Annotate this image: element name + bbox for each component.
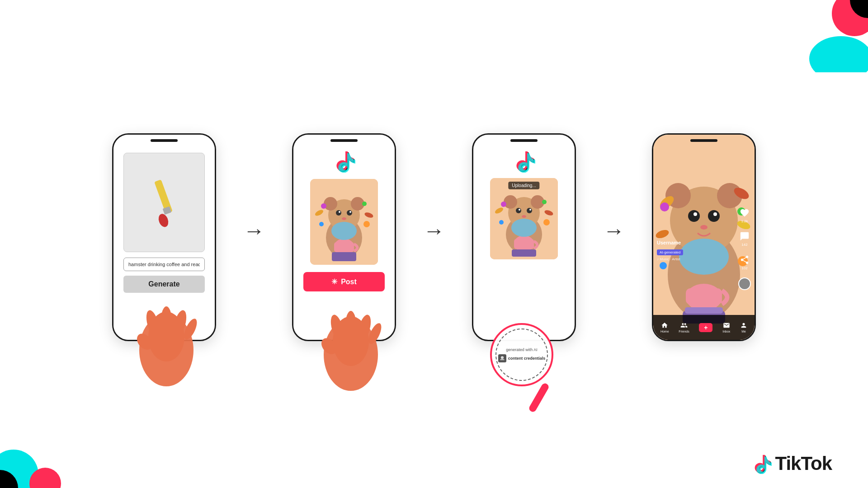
share-icon[interactable] [739,254,750,266]
hand-2-icon [306,300,396,391]
music-info: ♪ Music · Artist [657,257,683,261]
post-icon: ✳ [331,277,337,286]
svg-point-19 [324,197,337,211]
svg-point-74 [713,212,717,216]
phone-4-tiktok-feed: 1.2k 142 [652,133,756,341]
svg-point-85 [660,202,669,211]
hamster-illustration-2 [310,179,378,265]
svg-point-48 [516,208,521,213]
nav-inbox[interactable]: Inbox [722,322,730,333]
arrow-2: → [423,218,445,243]
hand-1-icon [121,296,212,386]
nav-me[interactable]: Me [740,322,747,333]
tiktok-brand-label: TikTok [775,453,832,474]
phone3-content: Uploading... [473,135,575,340]
nav-create-button[interactable]: + [699,323,712,332]
svg-rect-54 [514,239,534,249]
hamster-image-card-phone2 [310,179,378,265]
svg-point-60 [499,220,504,225]
svg-rect-65 [500,359,504,360]
svg-point-24 [349,211,351,213]
svg-point-72 [708,210,720,222]
svg-point-33 [319,222,324,226]
svg-rect-29 [332,252,356,261]
tiktok-logo-phone2 [333,150,355,173]
svg-point-57 [501,202,506,207]
svg-point-75 [700,225,708,230]
svg-point-78 [679,239,729,275]
tiktok-logo-phone3 [513,150,535,173]
svg-point-12 [161,306,172,335]
share-count: 102 [741,266,747,270]
credentials-line2: content credentials [508,356,546,361]
svg-point-21 [336,210,341,216]
svg-point-88 [660,262,667,269]
svg-point-55 [511,219,537,237]
svg-rect-56 [512,249,536,257]
svg-point-32 [363,221,370,227]
svg-rect-27 [334,242,354,252]
nav-home[interactable]: Home [660,322,669,333]
ai-generated-badge: AI-generated [657,249,683,255]
svg-point-64 [501,356,504,359]
svg-point-25 [342,217,346,220]
svg-point-39 [345,311,356,340]
phone4-content: 1.2k 142 [653,135,755,340]
like-count: 1.2k [741,219,748,223]
arrow-1: → [243,218,265,243]
paintbrush-icon [137,175,191,230]
tiktok-right-actions: 1.2k 142 [738,207,751,290]
svg-point-49 [527,208,532,213]
tiktok-brand-footer: TikTok [751,453,832,474]
svg-point-51 [529,209,531,211]
prompt-input[interactable] [123,258,205,271]
arrow-3: → [603,218,625,243]
svg-point-58 [542,200,547,204]
svg-rect-77 [686,288,722,305]
svg-point-28 [331,222,357,240]
svg-point-31 [362,202,367,206]
svg-point-46 [504,195,517,209]
credentials-line1: generated with AI [506,347,538,352]
content-credentials-icon [498,354,506,362]
svg-point-71 [688,210,700,222]
tiktok-video-area: 1.2k 142 [653,135,755,288]
tiktok-username: Username [657,240,683,245]
magnifying-glass-wrapper: generated with AI content credentials [490,323,553,413]
svg-point-52 [522,215,526,218]
main-container: Generate → [0,0,868,488]
svg-point-59 [543,219,550,225]
svg-point-22 [347,210,352,216]
svg-point-30 [321,203,326,209]
generate-button[interactable]: Generate [123,276,205,293]
post-button[interactable]: ✳ Post [303,272,385,291]
svg-point-73 [693,212,697,216]
svg-point-8 [157,212,170,228]
ai-canvas-area [123,153,205,252]
svg-rect-80 [685,307,723,314]
nav-friends[interactable]: Friends [679,322,689,333]
like-icon[interactable] [739,207,750,219]
tiktok-brand-logo [751,454,772,474]
tiktok-bottom-nav: Home Friends + Inbox Me [653,315,755,340]
uploading-badge: Uploading... [508,182,539,189]
music-disc-icon [738,277,751,290]
hamster-image-card-phone3: Uploading... [490,178,558,259]
post-label: Post [341,278,357,286]
svg-point-50 [519,209,520,211]
phone-3-uploading: Uploading... [472,133,576,341]
comment-icon[interactable] [739,230,750,242]
tiktok-user-info: Username AI-generated ♪ Music · Artist [657,240,683,261]
svg-point-23 [339,211,340,213]
comment-count: 142 [741,243,747,247]
